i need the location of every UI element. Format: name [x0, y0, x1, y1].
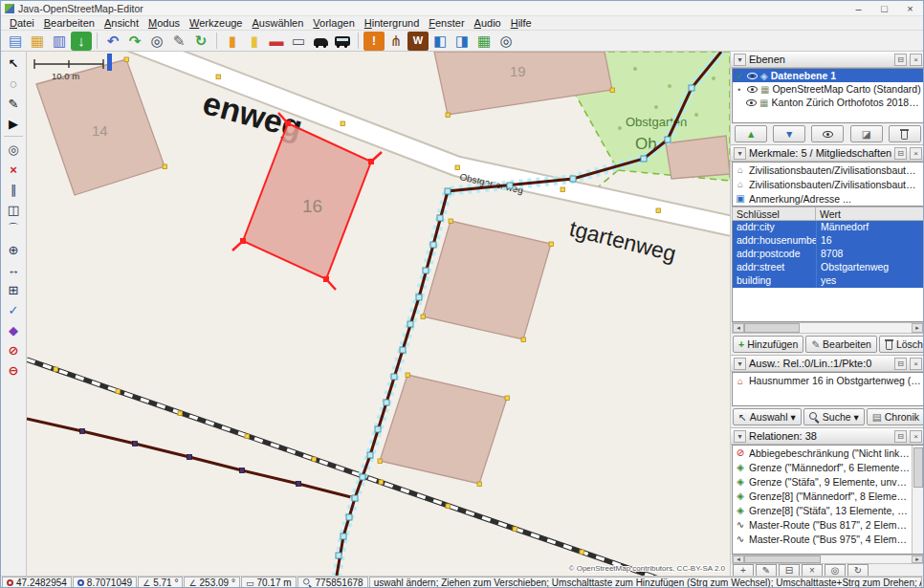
scroll-right-icon[interactable]: ▸ [912, 555, 923, 563]
preset-grid-icon[interactable]: ▦ [473, 32, 495, 51]
move-layer-down-button[interactable]: ▼ [773, 125, 805, 142]
visibility-eye-icon[interactable] [747, 73, 758, 79]
panel-undock-icon[interactable]: ⊟ [894, 54, 907, 66]
preset-hazard-icon[interactable]: ! [363, 32, 385, 51]
relation-item[interactable]: ◈ Grenze[8] ("Stäfa", 13 Elemente, unvol… [733, 503, 912, 517]
merge-nodes-icon[interactable]: ⊕ [3, 240, 24, 259]
delete-relation-button[interactable]: × [802, 564, 823, 576]
preset-search-icon[interactable]: ◎ [495, 32, 517, 51]
selection-item[interactable]: ⌂ Hausnummer 16 in Obstgartenweg (4 Punk… [733, 373, 923, 388]
extrude-mode-icon[interactable]: ◫ [3, 200, 24, 219]
layer-row-data[interactable]: ✓ ◈ Datenebene 1 [733, 69, 923, 82]
download-data-icon[interactable]: ↓ [71, 32, 92, 51]
zoom-mode-icon[interactable]: ◎ [3, 140, 24, 159]
heading-readout[interactable]: ∠253.09 ° [184, 577, 239, 588]
open-file-icon[interactable]: ▦ [27, 32, 48, 51]
new-relation-button[interactable]: + [733, 564, 754, 576]
edit-relation-button[interactable]: ✎ [756, 564, 777, 576]
preset-traffic-icon[interactable]: ▮ [222, 32, 243, 51]
draw-mode-icon[interactable]: ✎ [3, 94, 24, 113]
relation-item[interactable]: ⊘ Abbiegebeschränkung ("Nicht links abbi… [733, 446, 912, 460]
latitude-readout[interactable]: 47.2482954 [2, 577, 72, 588]
preset-chart-icon[interactable]: ◧ [429, 32, 451, 51]
preset-item[interactable]: ⌂ Zivilisationsbauten/Zivilisationsbaute… [733, 177, 923, 191]
restriction-icon[interactable]: ⊘ [3, 340, 24, 359]
menu-audio[interactable]: Audio [470, 17, 506, 29]
visibility-eye-icon[interactable] [747, 86, 758, 93]
tag-row[interactable]: addr:postcode 8708 [733, 248, 923, 261]
panel-close-icon[interactable]: × [910, 358, 922, 370]
add-tag-button[interactable]: +Hinzufügen [733, 336, 803, 353]
map-style-icon[interactable]: ✎ [168, 32, 189, 51]
undo-icon[interactable]: ↶ [102, 32, 123, 51]
map-canvas[interactable]: 14 19 enweg Obstgartenweg tgartenweg Obs… [27, 52, 730, 576]
menu-bearbeiten[interactable]: Bearbeiten [39, 17, 99, 29]
layer-row-carto[interactable]: ▪ ▦ OpenStreetMap Carto (Standard) [733, 82, 923, 96]
redo-icon[interactable]: ↷ [124, 32, 145, 51]
vertical-scrollbar[interactable] [912, 446, 923, 554]
edit-tag-button[interactable]: ✎Bearbeiten [805, 336, 877, 353]
orthogonalize-icon[interactable]: ⊞ [3, 280, 24, 299]
preset-item[interactable]: ▣ Anmerkung/Adresse ... [733, 191, 923, 206]
key-column-header[interactable]: Schlüssel [732, 207, 816, 221]
visibility-eye-icon[interactable] [746, 99, 757, 106]
menu-modus[interactable]: Modus [143, 17, 185, 29]
preset-chart2-icon[interactable]: ◨ [451, 32, 473, 51]
preset-hotel-icon[interactable]: W [407, 32, 429, 51]
new-layer-icon[interactable]: ▤ [5, 32, 26, 51]
longitude-readout[interactable]: 8.7071049 [73, 577, 137, 588]
maximize-button[interactable]: □ [871, 1, 897, 16]
select-relation-button[interactable]: ◎ [825, 564, 846, 576]
menu-auswaehlen[interactable]: Auswählen [248, 17, 309, 29]
lasso-mode-icon[interactable]: ◌ [3, 74, 24, 93]
menu-hintergrund[interactable]: Hintergrund [360, 17, 425, 29]
select-mode-icon[interactable]: ↖ [3, 54, 24, 73]
duplicate-relation-button[interactable]: ⊟ [779, 564, 800, 576]
layer-row-ortho[interactable]: ▦ Kanton Zürich Orthofotos 2018 10cm [733, 96, 923, 109]
preset-item[interactable]: ⌂ Zivilisationsbauten/Zivilisationsbaute… [733, 163, 923, 177]
panel-collapse-icon[interactable]: ▾ [734, 54, 746, 66]
scroll-right-icon[interactable]: ▸ [912, 323, 923, 333]
panel-collapse-icon[interactable]: ▾ [734, 358, 746, 370]
refresh-icon[interactable]: ↻ [190, 32, 211, 51]
zoom-readout[interactable]: 775851678 [297, 577, 368, 588]
menu-datei[interactable]: Datei [5, 17, 39, 29]
relation-item[interactable]: ◈ Grenze[8] ("Männedorf", 8 Elemente, un… [733, 489, 912, 503]
value-column-header[interactable]: Wert [816, 207, 924, 221]
scrollbar-thumb[interactable] [913, 447, 923, 488]
relation-item[interactable]: ◈ Grenze ("Stäfa", 9 Elemente, unvollstä… [733, 474, 912, 489]
tag-row[interactable]: addr:housenumber 16 [733, 234, 923, 248]
menu-fenster[interactable]: Fenster [424, 17, 469, 29]
preset-food-icon[interactable]: ⋔ [385, 32, 407, 51]
delete-mode-icon[interactable]: × [3, 160, 24, 179]
preset-restriction-icon[interactable]: ▬ [266, 32, 287, 51]
save-icon[interactable]: ▥ [49, 32, 70, 51]
delete-tag-button[interactable]: Löschen [879, 336, 924, 353]
panel-undock-icon[interactable]: ⊟ [894, 430, 907, 443]
refresh-relations-button[interactable]: ↻ [847, 564, 869, 576]
toggle-visibility-button[interactable] [811, 125, 844, 142]
panel-collapse-icon[interactable]: ▾ [734, 147, 746, 160]
close-button[interactable]: × [897, 1, 923, 16]
panel-collapse-icon[interactable]: ▾ [734, 430, 746, 443]
expand-tools-icon[interactable]: ▶ [3, 114, 24, 133]
preset-car-icon[interactable] [310, 32, 331, 51]
relation-item[interactable]: ∿ Master-Route ("Bus 817", 2 Elemente) [733, 517, 912, 532]
menu-ansicht[interactable]: Ansicht [99, 17, 143, 29]
tag-row[interactable]: building yes [733, 274, 923, 288]
selection-menu-button[interactable]: ↖Auswahl▾ [733, 408, 802, 425]
panel-close-icon[interactable]: × [910, 430, 922, 443]
relation-item[interactable]: ◈ Grenze ("Männedorf", 6 Elemente, unvol… [733, 460, 912, 474]
purge-icon[interactable]: ◆ [3, 320, 24, 339]
panel-undock-icon[interactable]: ⊟ [894, 358, 907, 370]
preset-bus-icon[interactable] [332, 32, 353, 51]
panel-close-icon[interactable]: × [910, 54, 922, 66]
parallel-mode-icon[interactable]: ∥ [3, 180, 24, 199]
distance-readout[interactable]: ▭70.17 m [241, 577, 297, 588]
angle-readout[interactable]: ∠5.71 ° [138, 577, 183, 588]
layer-opacity-button[interactable]: ◪ [850, 125, 883, 142]
move-layer-up-button[interactable]: ▲ [735, 125, 767, 142]
tag-row[interactable]: addr:city Männedorf [733, 221, 923, 234]
scrollbar-thumb[interactable] [744, 323, 800, 333]
scroll-left-icon[interactable]: ◂ [733, 555, 744, 563]
